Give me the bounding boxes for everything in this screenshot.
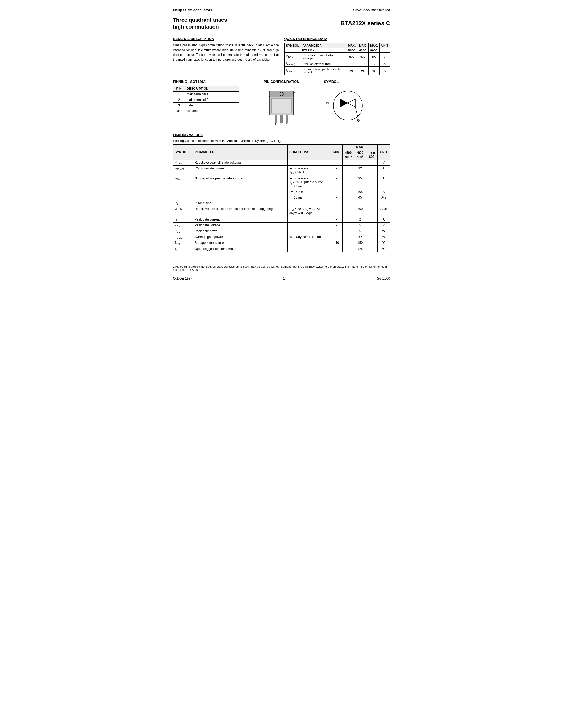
lv-cond-igm (288, 217, 331, 222)
lv-cond-itsm1: full sine wave;Tj = 25 °C prior to surge… (288, 176, 331, 189)
lv-max600-tj: 125 (354, 246, 366, 252)
lv-param-itsm: Non-repetitive peak on-state current (193, 176, 288, 200)
footer-date: October 1997 (173, 277, 192, 280)
pin-row1-num: 1 (173, 92, 185, 97)
lv-cond-pgav: over any 20 ms period (288, 234, 331, 240)
svg-text:T2: T2 (325, 101, 329, 105)
doc-status: Preliminary specification (353, 8, 390, 12)
middle-section: PINNING - SOT186A PIN DESCRIPTION 1 main… (173, 80, 390, 128)
table-row: IT(RMS) RMS on-state current 12 12 12 A (284, 61, 390, 67)
qr-col-unit: UNIT (380, 43, 390, 48)
lv-max500-tstg (343, 240, 354, 246)
lv-unit-i2t (377, 200, 390, 206)
limiting-values-intro: Limiting values in accordance with the A… (173, 139, 390, 143)
pinning-table: PIN DESCRIPTION 1 main terminal 1 2 main… (173, 86, 239, 114)
qr-col-max1: MAX. (346, 43, 358, 48)
lv-sym-i2t: I2t (173, 200, 193, 206)
lv-unit-vdrm: V (377, 160, 390, 166)
lv-cond-vgm (288, 222, 331, 228)
qr-row2-max3: 12 (368, 61, 380, 67)
footer-revision: Rev 1.000 (376, 277, 390, 280)
qr-row3-max1: 95 (346, 67, 358, 75)
general-description-heading: GENERAL DESCRIPTION (173, 37, 279, 41)
qr-row3-max3: 95 (368, 67, 380, 75)
svg-text:case: case (291, 91, 296, 93)
table-row: PGM Peak gate power - 5 W (173, 228, 390, 234)
top-section: GENERAL DESCRIPTION Glass passivated hig… (173, 37, 390, 75)
pin-row2-num: 2 (173, 97, 185, 103)
lv-unit-itsm3: A²s (377, 195, 390, 200)
lv-min-didt: - (331, 206, 343, 217)
qr-subheader-500c: 500C (346, 48, 358, 53)
footnote: 1 Although not recommended, off-state vo… (173, 263, 390, 271)
lv-sym-igm: IGM (173, 217, 193, 222)
lv-param-pgav: Average gate power (193, 234, 288, 240)
lv-unit-itsm2: A (377, 189, 390, 195)
qr-row2-param: RMS on-state current (301, 61, 346, 67)
lv-sym-tj: Tj (173, 246, 193, 252)
lv-max600-vgm: 5 (354, 222, 366, 228)
lv-unit-igm: A (377, 217, 390, 222)
lv-min-pgm: - (331, 228, 343, 234)
quick-reference-table: SYMBOL PARAMETER MAX. MAX. MAX. UNIT BTA… (284, 43, 390, 75)
qr-row3-param: Non-repetitive peak on-state current (301, 67, 346, 75)
lv-sym-itsm: ITSM (173, 176, 193, 200)
qr-col-max2: MAX. (358, 43, 369, 48)
lv-unit-itsm1: A (377, 176, 390, 189)
pinning-heading: PINNING - SOT186A (173, 80, 239, 84)
lv-max500-pgav (343, 234, 354, 240)
lv-param-itrms: RMS on-state current (193, 166, 288, 176)
lv-max800-tj (366, 246, 377, 252)
lv-max600-itrms: 12 (354, 166, 366, 176)
lv-max800-itsm1 (366, 176, 377, 189)
lv-max800-pgm (366, 228, 377, 234)
company-name: Philips Semiconductors (173, 8, 212, 12)
lv-min-pgav: - (331, 234, 343, 240)
lv-max500-i2t (343, 200, 354, 206)
lv-min-itsm2: - (331, 189, 343, 195)
pin-config-section: PIN CONFIGURATION case 1 2 3 (242, 80, 322, 128)
lv-param-tj: Operating junction temperature (193, 246, 288, 252)
lv-col-symbol: SYMBOL (173, 145, 193, 160)
lv-min-vgm: - (331, 222, 343, 228)
svg-line-20 (355, 107, 358, 118)
lv-max800-itsm2 (366, 189, 377, 195)
pin-col-desc: DESCRIPTION (185, 86, 239, 92)
table-row: 3 gate (173, 103, 239, 108)
svg-text:1: 1 (275, 123, 276, 125)
limiting-values-heading: LIMITING VALUES (173, 133, 390, 137)
quick-reference-section: QUICK REFERENCE DATA SYMBOL PARAMETER MA… (284, 37, 390, 75)
lv-max800-tstg (366, 240, 377, 246)
lv-param-tstg: Storage temperature (193, 240, 288, 246)
general-description-text: Glass passivated high commutation triacs… (173, 43, 279, 62)
lv-max-600: -6006001 (354, 150, 366, 160)
svg-text:T1: T1 (365, 101, 369, 105)
footnote-text: 1 Although not recommended, off-state vo… (173, 265, 390, 271)
lv-max800-vgm (366, 222, 377, 228)
qr-row3-max2: 95 (358, 67, 369, 75)
lv-param-igm: Peak gate current (193, 217, 288, 222)
qr-row1-max2: 600 (358, 53, 369, 61)
page-footer: October 1997 1 Rev 1.000 (173, 277, 390, 280)
lv-param-vdrm: Repetitive peak off-state voltages (193, 160, 288, 166)
lv-max500-didt (343, 206, 354, 217)
table-row: case isolated (173, 108, 239, 114)
svg-rect-3 (271, 98, 292, 113)
lv-max600-pgav: 0.5 (354, 234, 366, 240)
limiting-values-table: SYMBOL PARAMETER CONDITIONS MIN. MAX. UN… (173, 144, 390, 252)
lv-max800-igm (366, 217, 377, 222)
lv-max500-igm (343, 217, 354, 222)
table-row: Tj Operating junction temperature - 125 … (173, 246, 390, 252)
lv-max800-didt (366, 206, 377, 217)
lv-sym-pgav: PG(AV) (173, 234, 193, 240)
lv-max800-itrms (366, 166, 377, 176)
lv-sym-pgm: PGM (173, 228, 193, 234)
table-row: ITSM Non-repetitive peak on-state curren… (173, 176, 390, 189)
pin-row-case-num: case (173, 108, 185, 114)
lv-min-itsm3: - (331, 195, 343, 200)
lv-unit-didt: A/µs (377, 206, 390, 217)
qr-row2-unit: A (380, 61, 390, 67)
table-row: 2 main terminal 2 (173, 97, 239, 103)
table-row: PG(AV) Average gate power over any 20 ms… (173, 234, 390, 240)
lv-max600-didt: 100 (354, 206, 366, 217)
